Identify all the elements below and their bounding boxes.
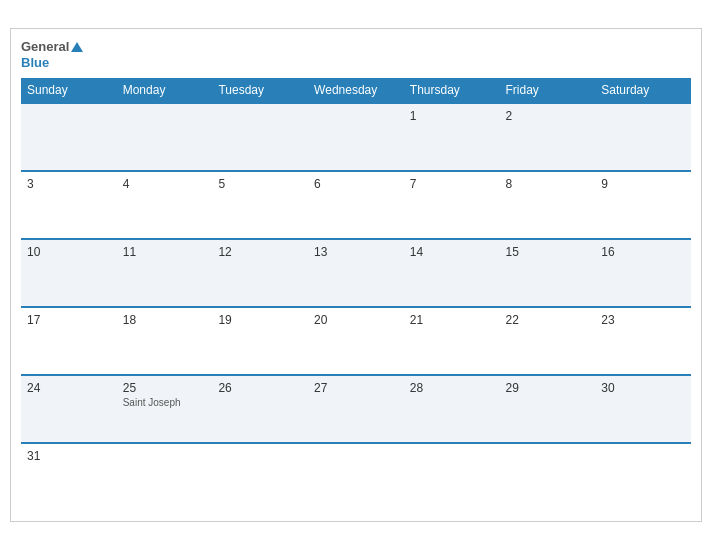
day-number: 19 [218, 313, 302, 327]
day-number: 13 [314, 245, 398, 259]
calendar-container: GeneralBlue SundayMondayTuesdayWednesday… [10, 28, 702, 522]
calendar-cell: 30 [595, 375, 691, 443]
calendar-cell [404, 443, 500, 511]
weekday-header-row: SundayMondayTuesdayWednesdayThursdayFrid… [21, 78, 691, 103]
calendar-cell [595, 103, 691, 171]
calendar-cell: 29 [500, 375, 596, 443]
calendar-cell: 10 [21, 239, 117, 307]
day-number: 31 [27, 449, 111, 463]
calendar-cell: 19 [212, 307, 308, 375]
calendar-cell: 11 [117, 239, 213, 307]
logo-triangle-icon [71, 42, 83, 52]
calendar-cell: 25Saint Joseph [117, 375, 213, 443]
calendar-header: GeneralBlue [21, 39, 691, 70]
day-number: 12 [218, 245, 302, 259]
calendar-week-row: 31 [21, 443, 691, 511]
calendar-cell: 16 [595, 239, 691, 307]
calendar-tbody: 1234567891011121314151617181920212223242… [21, 103, 691, 511]
calendar-cell: 27 [308, 375, 404, 443]
day-number: 14 [410, 245, 494, 259]
day-number: 16 [601, 245, 685, 259]
day-number: 10 [27, 245, 111, 259]
day-number: 30 [601, 381, 685, 395]
day-number: 9 [601, 177, 685, 191]
calendar-cell [117, 443, 213, 511]
calendar-week-row: 10111213141516 [21, 239, 691, 307]
calendar-cell: 8 [500, 171, 596, 239]
day-number: 4 [123, 177, 207, 191]
day-number: 20 [314, 313, 398, 327]
day-number: 2 [506, 109, 590, 123]
day-number: 7 [410, 177, 494, 191]
calendar-cell: 7 [404, 171, 500, 239]
calendar-cell: 31 [21, 443, 117, 511]
calendar-cell [308, 103, 404, 171]
calendar-cell [308, 443, 404, 511]
weekday-header-monday: Monday [117, 78, 213, 103]
day-number: 24 [27, 381, 111, 395]
calendar-cell: 5 [212, 171, 308, 239]
calendar-cell: 20 [308, 307, 404, 375]
calendar-cell: 26 [212, 375, 308, 443]
logo-general-text: General [21, 39, 69, 55]
calendar-thead: SundayMondayTuesdayWednesdayThursdayFrid… [21, 78, 691, 103]
day-number: 5 [218, 177, 302, 191]
day-number: 8 [506, 177, 590, 191]
weekday-header-thursday: Thursday [404, 78, 500, 103]
calendar-cell [21, 103, 117, 171]
day-number: 17 [27, 313, 111, 327]
calendar-cell: 18 [117, 307, 213, 375]
calendar-cell: 12 [212, 239, 308, 307]
calendar-cell: 2 [500, 103, 596, 171]
day-number: 15 [506, 245, 590, 259]
calendar-cell [212, 443, 308, 511]
day-number: 29 [506, 381, 590, 395]
calendar-cell: 22 [500, 307, 596, 375]
calendar-cell: 23 [595, 307, 691, 375]
calendar-week-row: 17181920212223 [21, 307, 691, 375]
calendar-cell: 28 [404, 375, 500, 443]
day-number: 11 [123, 245, 207, 259]
day-number: 26 [218, 381, 302, 395]
calendar-cell: 1 [404, 103, 500, 171]
weekday-header-sunday: Sunday [21, 78, 117, 103]
calendar-week-row: 3456789 [21, 171, 691, 239]
day-number: 3 [27, 177, 111, 191]
calendar-cell: 15 [500, 239, 596, 307]
logo-blue-text: Blue [21, 55, 83, 71]
day-number: 22 [506, 313, 590, 327]
calendar-cell: 6 [308, 171, 404, 239]
calendar-cell: 24 [21, 375, 117, 443]
calendar-cell: 14 [404, 239, 500, 307]
day-number: 6 [314, 177, 398, 191]
calendar-cell [212, 103, 308, 171]
calendar-table: SundayMondayTuesdayWednesdayThursdayFrid… [21, 78, 691, 511]
day-number: 28 [410, 381, 494, 395]
weekday-header-friday: Friday [500, 78, 596, 103]
calendar-cell: 17 [21, 307, 117, 375]
calendar-week-row: 2425Saint Joseph2627282930 [21, 375, 691, 443]
holiday-label: Saint Joseph [123, 397, 207, 408]
weekday-header-saturday: Saturday [595, 78, 691, 103]
calendar-cell: 3 [21, 171, 117, 239]
day-number: 27 [314, 381, 398, 395]
calendar-cell: 21 [404, 307, 500, 375]
day-number: 1 [410, 109, 494, 123]
day-number: 21 [410, 313, 494, 327]
calendar-cell [117, 103, 213, 171]
weekday-header-wednesday: Wednesday [308, 78, 404, 103]
day-number: 25 [123, 381, 207, 395]
calendar-cell: 9 [595, 171, 691, 239]
day-number: 23 [601, 313, 685, 327]
calendar-cell [595, 443, 691, 511]
day-number: 18 [123, 313, 207, 327]
weekday-header-tuesday: Tuesday [212, 78, 308, 103]
calendar-cell: 13 [308, 239, 404, 307]
calendar-cell [500, 443, 596, 511]
calendar-week-row: 12 [21, 103, 691, 171]
calendar-cell: 4 [117, 171, 213, 239]
logo: GeneralBlue [21, 39, 83, 70]
